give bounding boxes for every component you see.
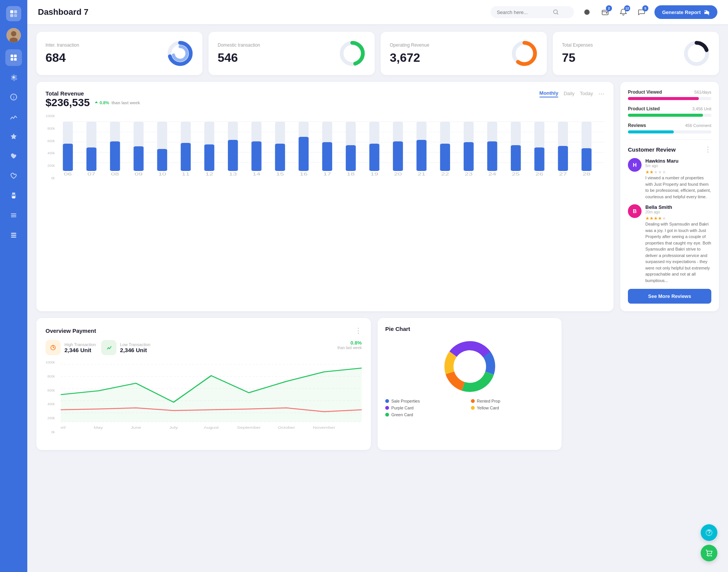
svg-rect-18	[11, 216, 16, 217]
see-more-reviews-button[interactable]: See More Reviews	[628, 289, 711, 304]
progress-bar-listed	[628, 114, 711, 117]
metric-value-listed: 3,456 Unit	[692, 107, 711, 111]
bar-chart-svg: 06 07 08 09 10 11 12 13 14 15 16 17 18 1…	[61, 114, 604, 179]
stat-value-inter: 684	[46, 51, 79, 65]
search-bar[interactable]	[491, 6, 574, 18]
svg-marker-119	[61, 368, 362, 422]
metric-header-viewed: Product Viewed 561/days	[628, 89, 711, 95]
high-tx-icon	[46, 340, 61, 355]
svg-text:October: October	[278, 426, 295, 429]
overview-more-icon[interactable]: ⋮	[355, 326, 362, 335]
generate-report-button[interactable]: Generate Report	[654, 5, 717, 19]
stat-info-domestic: Domestic transaction 546	[218, 42, 260, 65]
review-item-1: H Hawkins Maru 5m ago ★★★★★ I viewed a n…	[628, 158, 711, 200]
search-input[interactable]	[497, 9, 550, 15]
svg-rect-84	[558, 146, 568, 171]
fab-support[interactable]	[701, 524, 717, 541]
progress-bar-viewed	[628, 97, 711, 100]
review-card-header: Customer Review ⋮	[628, 145, 711, 154]
wallet-btn[interactable]: 2	[598, 5, 612, 19]
review-text-2: Dealing with Syamsudin and Bakri was a j…	[645, 221, 711, 284]
svg-point-135	[711, 556, 712, 556]
legend-dot-purple	[385, 406, 389, 410]
legend-sale-properties: Sale Properties	[385, 399, 469, 403]
sidebar-item-star[interactable]	[5, 128, 22, 145]
legend-green-card: Green Card	[385, 412, 469, 417]
sidebar-item-dashboard[interactable]	[5, 49, 22, 66]
svg-text:27: 27	[559, 172, 567, 176]
header: Dashboard 7 2	[27, 0, 728, 24]
svg-rect-3	[14, 14, 17, 17]
svg-rect-10	[14, 58, 17, 61]
sidebar-item-menu[interactable]	[5, 207, 22, 224]
high-tx-label: High Transaction	[64, 342, 96, 347]
reviewer-stars-1: ★★★★★	[645, 169, 711, 175]
svg-rect-70	[393, 141, 403, 171]
svg-rect-66	[346, 145, 356, 171]
stat-label-domestic: Domestic transaction	[218, 42, 260, 48]
svg-text:10: 10	[158, 172, 166, 176]
svg-rect-50	[157, 149, 167, 171]
tab-monthly[interactable]: Monthly	[540, 90, 559, 97]
review-item-2: B Bella Smith 20m ago ★★★★★ Dealing with…	[628, 204, 711, 284]
bell-btn[interactable]: 12	[617, 5, 630, 19]
theme-toggle[interactable]	[580, 5, 594, 19]
legend-label-yellow: Yellow Card	[477, 406, 499, 410]
fab-container	[701, 524, 717, 561]
metric-product-listed: Product Listed 3,456 Unit	[628, 106, 711, 117]
line-chart-container: 1000k 800k 600k 400k 200k 0k	[46, 360, 362, 442]
stat-value-expenses: 75	[562, 51, 593, 65]
svg-rect-82	[534, 147, 544, 171]
more-options-icon[interactable]: ⋯	[598, 90, 604, 97]
tab-daily[interactable]: Daily	[563, 91, 574, 97]
svg-rect-78	[487, 141, 497, 171]
metric-header-listed: Product Listed 3,456 Unit	[628, 106, 711, 111]
svg-text:July: July	[169, 426, 178, 429]
svg-text:22: 22	[441, 172, 449, 176]
stat-label-inter: Inter. transaction	[46, 42, 79, 48]
svg-rect-72	[416, 140, 426, 171]
svg-point-134	[708, 556, 709, 556]
revenue-title-section: Total Revenue $236,535 0.8% than last we…	[46, 90, 140, 109]
overview-title: Overview Payment	[46, 328, 96, 334]
tab-today[interactable]: Today	[580, 91, 593, 97]
bar-chart-container: 1000k 800k 600k 400k 200k 0k	[46, 114, 604, 189]
svg-point-29	[173, 47, 187, 60]
sidebar-item-heart2[interactable]	[5, 168, 22, 184]
svg-text:June: June	[131, 426, 141, 429]
svg-rect-26	[704, 12, 706, 14]
stat-label-operating: Operating Revenue	[390, 42, 429, 48]
svg-rect-24	[708, 11, 709, 14]
low-tx-info: Low Transaction 2,346 Unit	[120, 342, 151, 353]
fab-cart[interactable]	[701, 545, 717, 561]
sidebar-item-analytics[interactable]	[5, 108, 22, 125]
page-title: Dashboard 7	[38, 7, 485, 17]
metric-product-viewed: Product Viewed 561/days	[628, 89, 711, 100]
stat-info-inter: Inter. transaction 684	[46, 42, 79, 65]
revenue-amount: $236,535 0.8% than last week	[46, 97, 140, 109]
header-icons: 2 12 5	[580, 5, 648, 19]
svg-rect-20	[11, 235, 16, 236]
sidebar-item-info[interactable]: i	[5, 89, 22, 105]
reviewer-info-2: Bella Smith 20m ago ★★★★★ Dealing with S…	[645, 204, 711, 284]
bottom-row: Overview Payment ⋮ High Tr	[36, 318, 719, 450]
chat-btn[interactable]: 5	[635, 5, 648, 19]
review-more-icon[interactable]: ⋮	[704, 145, 711, 154]
sidebar-item-heart[interactable]	[5, 148, 22, 165]
sidebar-item-print[interactable]	[5, 187, 22, 204]
sidebar-item-settings[interactable]	[5, 69, 22, 86]
sidebar-item-list[interactable]	[5, 227, 22, 243]
legend-label-purple: Purple Card	[391, 406, 414, 410]
high-tx-info: High Transaction 2,346 Unit	[64, 342, 96, 353]
sidebar: i	[0, 0, 27, 572]
pie-legend: Sale Properties Rented Prop Purple Card …	[385, 399, 554, 417]
main-area: Dashboard 7 2	[27, 0, 728, 572]
low-tx-value: 2,346 Unit	[120, 347, 151, 353]
svg-text:14: 14	[253, 172, 260, 176]
svg-text:November: November	[313, 426, 335, 429]
user-avatar[interactable]	[6, 28, 21, 42]
stat-label-expenses: Total Expenses	[562, 42, 593, 48]
transaction-badges: High Transaction 2,346 Unit Low Tr	[46, 340, 362, 355]
pie-svg	[441, 338, 498, 395]
sidebar-logo[interactable]	[6, 6, 21, 21]
